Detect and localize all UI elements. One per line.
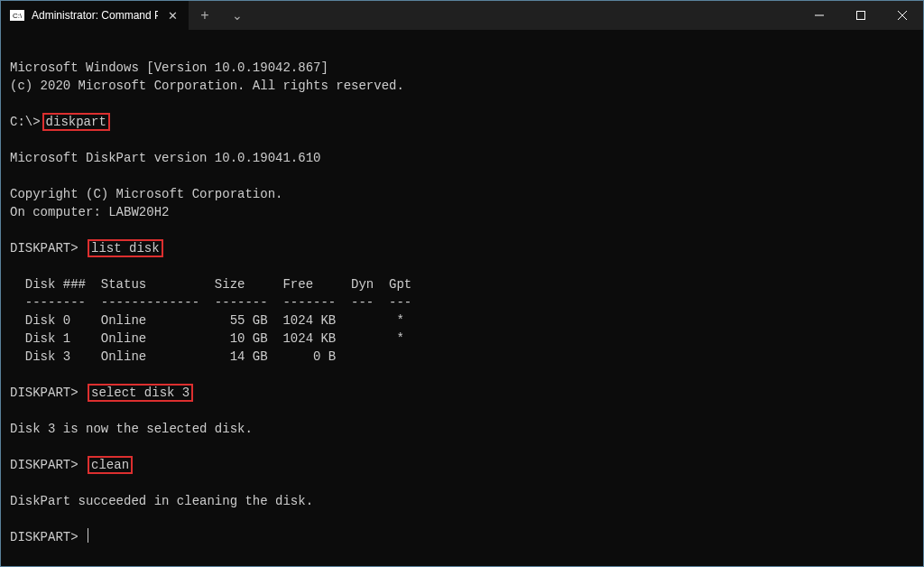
prompt-dp-2: DISKPART>	[10, 386, 79, 400]
cmd-list-disk: list disk	[88, 239, 163, 257]
tab-title: Administrator: Command Promp	[32, 9, 158, 22]
disk-table-divider: -------- ------------- ------- ------- -…	[10, 295, 411, 310]
disk-table-header: Disk ### Status Size Free Dyn Gpt	[10, 277, 411, 292]
titlebar[interactable]: C:\ Administrator: Command Promp ✕ + ⌄	[1, 1, 923, 30]
line-dp-copyright: Copyright (C) Microsoft Corporation.	[10, 187, 282, 201]
minimize-icon	[815, 11, 824, 20]
disk-table-row: Disk 1 Online 10 GB 1024 KB *	[10, 331, 404, 346]
svg-rect-1	[857, 12, 865, 20]
line-win-version: Microsoft Windows [Version 10.0.19042.86…	[10, 60, 328, 75]
line-win-copyright: (c) 2020 Microsoft Corporation. All righ…	[10, 79, 404, 93]
line-dp-version: Microsoft DiskPart version 10.0.19041.61…	[10, 151, 320, 165]
tab-close-button[interactable]: ✕	[165, 9, 180, 23]
prompt-c: C:\>	[10, 115, 41, 129]
cmd-icon: C:\	[10, 10, 24, 21]
cmd-select-disk: select disk 3	[88, 384, 193, 402]
disk-table-row: Disk 0 Online 55 GB 1024 KB *	[10, 313, 404, 328]
maximize-button[interactable]	[840, 1, 882, 30]
new-tab-button[interactable]: +	[189, 1, 221, 30]
close-icon	[898, 11, 907, 20]
terminal-window: C:\ Administrator: Command Promp ✕ + ⌄ M…	[0, 0, 924, 567]
msg-cleaned: DiskPart succeeded in cleaning the disk.	[10, 494, 313, 508]
prompt-dp-4: DISKPART>	[10, 530, 79, 544]
cmd-clean: clean	[88, 456, 133, 474]
cursor	[88, 528, 88, 543]
prompt-dp-3: DISKPART>	[10, 458, 79, 472]
window-controls	[799, 1, 923, 30]
terminal-output[interactable]: Microsoft Windows [Version 10.0.19042.86…	[1, 30, 923, 557]
maximize-icon	[856, 11, 865, 20]
prompt-dp-1: DISKPART>	[10, 241, 79, 256]
titlebar-drag-region[interactable]	[254, 1, 799, 30]
disk-table-row: Disk 3 Online 14 GB 0 B	[10, 349, 336, 364]
minimize-button[interactable]	[799, 1, 840, 30]
close-button[interactable]	[882, 1, 923, 30]
tab-dropdown-button[interactable]: ⌄	[221, 1, 254, 30]
cmd-diskpart: diskpart	[42, 113, 110, 131]
line-dp-computer: On computer: LABW20H2	[10, 205, 169, 219]
msg-selected: Disk 3 is now the selected disk.	[10, 422, 253, 436]
tab-cmd[interactable]: C:\ Administrator: Command Promp ✕	[1, 1, 189, 30]
